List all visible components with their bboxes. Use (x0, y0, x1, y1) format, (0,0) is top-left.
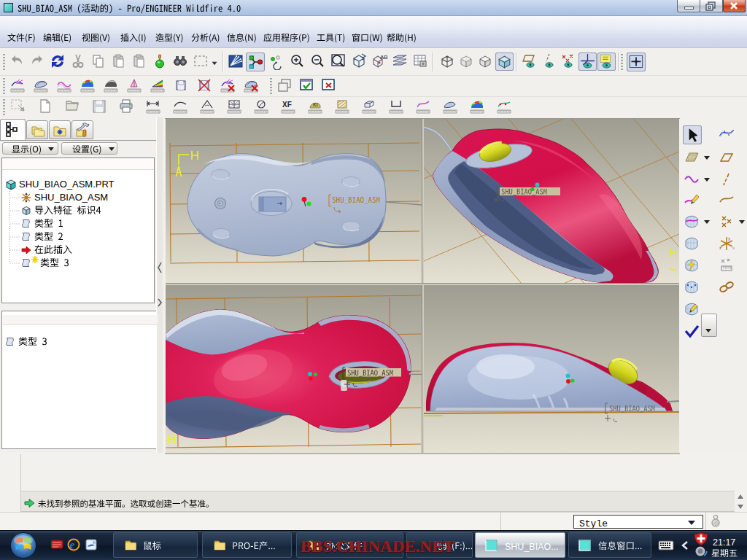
svg-text:XF: XF (282, 101, 292, 109)
svg-text:x: x (732, 246, 735, 250)
svg-text:y: y (728, 236, 730, 241)
svg-text:AB: AB (380, 54, 388, 61)
svg-text:e: e (70, 539, 75, 551)
svg-text:z: z (719, 246, 721, 250)
svg-text:KI: KI (313, 102, 318, 107)
